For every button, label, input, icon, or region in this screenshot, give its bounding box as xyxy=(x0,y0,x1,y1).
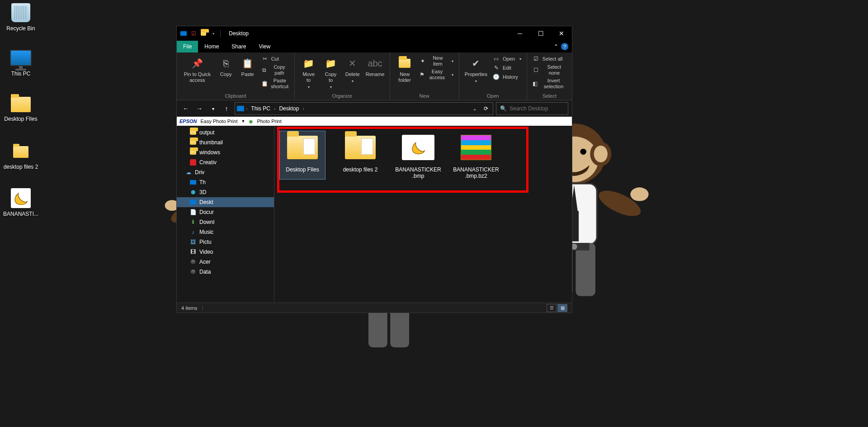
tree-node[interactable]: Creativ xyxy=(177,157,274,167)
tree-node[interactable]: ⛃Data xyxy=(177,267,274,277)
tree-icon xyxy=(189,199,197,206)
search-input[interactable] xyxy=(509,105,564,112)
tab-view[interactable]: View xyxy=(252,41,277,52)
tree-node[interactable]: ♪Music xyxy=(177,227,274,237)
tree-node[interactable]: 🎞Video xyxy=(177,247,274,257)
menubar: File Home Share View ⌃ ? xyxy=(177,41,572,52)
paste-shortcut-button[interactable]: 📋Paste shortcut xyxy=(259,77,291,90)
recent-dropdown[interactable]: ▾ xyxy=(208,103,218,114)
close-button[interactable]: ✕ xyxy=(551,26,572,41)
item-icon xyxy=(402,131,434,164)
qat-dropdown-icon[interactable]: ▾ xyxy=(209,30,217,37)
select-none-button[interactable]: ☐Select none xyxy=(531,63,568,77)
invert-selection-button[interactable]: ◧Invert selection xyxy=(531,77,568,90)
tree-node[interactable]: Th xyxy=(177,177,274,187)
pin-button[interactable]: 📌Pin to Quick access xyxy=(180,54,214,85)
copy-icon: ⎘ xyxy=(219,56,233,71)
tree-node[interactable]: ☁Driv xyxy=(177,167,274,177)
tree-node[interactable]: thumbnail xyxy=(177,138,274,147)
tree-node[interactable]: Deskt xyxy=(177,197,274,207)
titlebar[interactable]: ☑ ▾ Desktop ─ ☐ ✕ xyxy=(177,26,572,41)
tab-share[interactable]: Share xyxy=(225,41,252,52)
new-item-button[interactable]: ✦New item▾ xyxy=(418,54,455,68)
desktop-icon-recycle-bin[interactable]: Recycle Bin xyxy=(3,2,39,32)
up-button[interactable]: ↑ xyxy=(221,103,232,114)
search-box[interactable]: 🔍 xyxy=(496,102,568,115)
forward-button[interactable]: → xyxy=(194,103,205,114)
breadcrumb-this-pc[interactable]: This PC xyxy=(249,105,272,112)
navbar: ← → ▾ ↑ › This PC › Desktop › ⌄ ⟳ 🔍 xyxy=(177,100,572,117)
banana-icon xyxy=(11,188,31,208)
desktop-icon-this-pc[interactable]: This PC xyxy=(3,47,39,77)
copy-button[interactable]: ⎘Copy xyxy=(216,54,236,79)
delete-icon: ✕ xyxy=(345,56,360,71)
desktop-icon-label: Recycle Bin xyxy=(3,25,39,32)
history-button[interactable]: 🕘History xyxy=(491,72,523,81)
edit-icon: ✎ xyxy=(493,64,500,71)
tree-icon xyxy=(189,129,197,136)
qat-folder-icon[interactable] xyxy=(199,30,208,37)
desktop-icon-desktop-files[interactable]: Desktop FIles xyxy=(3,92,39,122)
tree-icon xyxy=(189,159,197,166)
rename-icon: abc xyxy=(368,56,382,71)
explorer-body: outputthumbnailwindowsCreativ☁DrivTh⬢3DD… xyxy=(177,126,572,303)
copy-to-button[interactable]: 📁Copy to▾ xyxy=(321,54,340,92)
item-icon xyxy=(344,131,377,164)
address-dropdown-icon[interactable]: ⌄ xyxy=(470,106,479,111)
tree-icon: ⛃ xyxy=(189,258,197,266)
recycle-bin-icon xyxy=(11,3,30,22)
desktop-icon-label: BANANASTI... xyxy=(3,211,39,217)
select-none-icon: ☐ xyxy=(533,66,539,74)
rename-button[interactable]: abcRename xyxy=(364,54,386,79)
desktop-icon-bananasticker[interactable]: BANANASTI... xyxy=(3,187,39,217)
tree-node[interactable]: ⬇Downl xyxy=(177,217,274,227)
address-bar[interactable]: › This PC › Desktop › ⌄ ⟳ xyxy=(235,102,493,115)
pc-icon xyxy=(237,106,244,111)
nav-tree[interactable]: outputthumbnailwindowsCreativ☁DrivTh⬢3DD… xyxy=(177,126,274,303)
tree-label: Video xyxy=(199,249,213,255)
tree-node[interactable]: output xyxy=(177,128,274,138)
tree-label: 3D xyxy=(199,189,206,195)
desktop-icon-desktop-files-2[interactable]: desktop files 2 xyxy=(3,140,39,170)
dropdown-icon[interactable]: ▼ xyxy=(241,119,245,123)
tree-node[interactable]: ⛃Acer xyxy=(177,257,274,267)
tree-node[interactable]: windows xyxy=(177,147,274,157)
minimize-button[interactable]: ─ xyxy=(509,26,530,41)
maximize-button[interactable]: ☐ xyxy=(530,26,551,41)
copy-path-button[interactable]: ⧉Copy path xyxy=(259,63,291,77)
paste-button[interactable]: 📋Paste xyxy=(238,54,258,79)
tree-node[interactable]: 🖼Pictu xyxy=(177,237,274,247)
tree-node[interactable]: 📄Docur xyxy=(177,207,274,217)
tree-icon: 🖼 xyxy=(189,238,197,246)
tree-node[interactable]: ⬢3D xyxy=(177,187,274,197)
epson-brand: EPSON xyxy=(179,119,197,124)
qat-save-icon[interactable]: ☑ xyxy=(189,30,198,37)
help-icon[interactable]: ? xyxy=(561,43,568,50)
new-folder-button[interactable]: New folder xyxy=(394,54,416,85)
view-details-button[interactable]: ☰ xyxy=(547,304,557,312)
epson-easy-print[interactable]: Easy Photo Print xyxy=(201,119,238,124)
chevron-right-icon: › xyxy=(274,106,275,111)
desktop-icon-label: This PC xyxy=(3,71,39,77)
tab-home[interactable]: Home xyxy=(198,41,225,52)
tree-label: windows xyxy=(199,149,220,156)
refresh-icon[interactable]: ⟳ xyxy=(481,105,491,112)
open-button[interactable]: ▭Open▾ xyxy=(491,54,523,63)
easy-access-button[interactable]: ⚑Easy access▾ xyxy=(418,68,455,81)
view-icons-button[interactable]: ▦ xyxy=(557,304,567,312)
ribbon-collapse-icon[interactable]: ⌃ xyxy=(554,43,558,50)
delete-button[interactable]: ✕Delete▾ xyxy=(343,54,363,86)
epson-photo-print[interactable]: Photo Print xyxy=(257,119,281,124)
select-all-button[interactable]: ☑Select all xyxy=(531,54,568,63)
cut-button[interactable]: ✂Cut xyxy=(259,54,291,63)
breadcrumb-desktop[interactable]: Desktop xyxy=(277,105,301,112)
back-button[interactable]: ← xyxy=(180,103,191,114)
tree-label: Pictu xyxy=(199,239,212,245)
edit-button[interactable]: ✎Edit xyxy=(491,63,523,72)
move-to-button[interactable]: 📁Move to▾ xyxy=(298,54,319,92)
tree-label: Downl xyxy=(199,219,214,225)
move-icon: 📁 xyxy=(302,56,316,71)
properties-button[interactable]: ✔Properties▾ xyxy=(463,54,489,86)
tab-file[interactable]: File xyxy=(177,41,198,52)
content-pane[interactable]: Desktop FIlesdesktop files 2BANANASTICKE… xyxy=(274,126,572,303)
